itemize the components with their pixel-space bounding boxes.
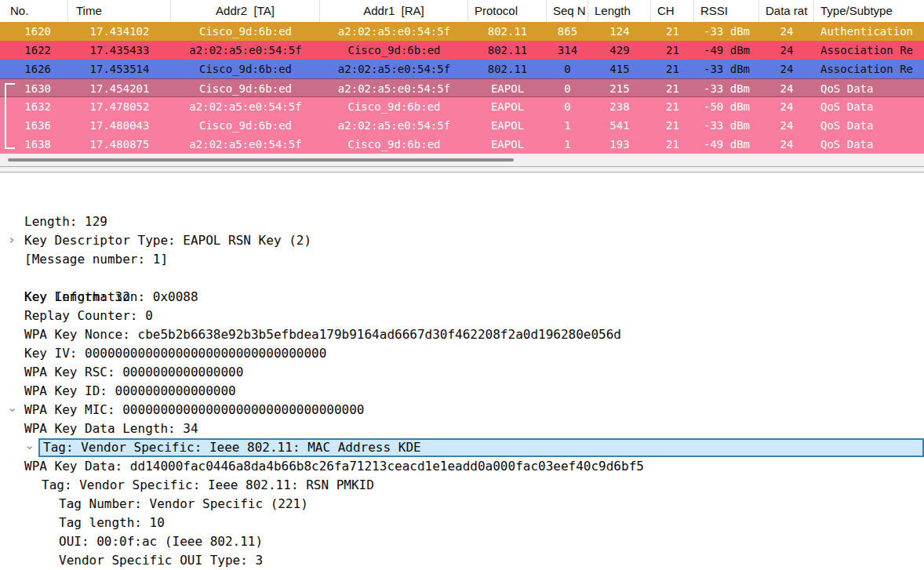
packet-row-1638[interactable]: 1638 17.480875 a2:02:a5:e0:54:5f Cisco_9… <box>0 135 924 154</box>
cell-no: 1622 <box>0 41 68 60</box>
detail-line-wpa-key-data[interactable]: › WPA Key Data: dd14000fac0446a8da4b66b8… <box>0 401 924 419</box>
detail-line-wpa-key-id[interactable]: WPA Key ID: 0000000000000000 <box>0 344 924 363</box>
chevron-right-icon[interactable]: › <box>24 419 35 438</box>
column-header-no[interactable]: No. <box>0 0 68 22</box>
detail-line-wpa-key-mic[interactable]: WPA Key MIC: 000000000000000000000000000… <box>0 363 924 382</box>
cell-addr2: Cisco_9d:6b:ed <box>171 116 320 135</box>
cell-rssi: -33 dBm <box>694 60 759 78</box>
cell-seq: 1 <box>547 116 588 135</box>
cell-addr1: a2:02:a5:e0:54:5f <box>320 79 468 96</box>
detail-line-replay-counter[interactable]: Replay Counter: 0 <box>0 269 924 288</box>
cell-seq: 0 <box>547 79 588 96</box>
cell-channel: 21 <box>651 22 694 41</box>
cell-no: 1620 <box>0 22 68 41</box>
column-header-type-subtype[interactable]: Type/Subtype <box>814 0 924 22</box>
pane-splitter[interactable] <box>0 166 924 172</box>
scrollbar-thumb[interactable] <box>8 158 514 162</box>
packet-row-1636[interactable]: 1636 17.480043 Cisco_9d:6b:ed a2:02:a5:e… <box>0 116 924 135</box>
cell-channel: 21 <box>651 135 694 154</box>
cell-channel: 21 <box>651 116 694 135</box>
cell-rate: 24 <box>759 116 814 135</box>
cell-type: QoS Data <box>814 79 924 96</box>
cell-rssi: -33 dBm <box>694 79 759 96</box>
cell-rate: 24 <box>759 22 814 41</box>
cell-type: Association Re <box>814 41 924 60</box>
packet-detail-pane: Length: 129 Key Descriptor Type: EAPOL R… <box>0 172 924 570</box>
packet-row-1620[interactable]: 1620 17.434102 Cisco_9d:6b:ed a2:02:a5:e… <box>0 22 924 41</box>
cell-protocol: EAPOL <box>468 79 547 96</box>
cell-seq: 0 <box>547 97 588 116</box>
cell-seq: 0 <box>547 60 588 78</box>
packet-list-pane: No. Time Addr2 [TA] Addr1 [RA] Protocol … <box>0 0 924 154</box>
cell-seq: 314 <box>547 41 588 60</box>
detail-line-mac-address[interactable]: MAC Address: ee:f4:0c:9d:6b:f5 (ee:f4:0c… <box>0 551 924 570</box>
cell-rate: 24 <box>759 97 814 116</box>
detail-line-wpa-key-rsc[interactable]: WPA Key RSC: 0000000000000000 <box>0 325 924 344</box>
column-header-addr2-ta[interactable]: Addr2 [TA] <box>171 0 320 22</box>
cell-rate: 24 <box>759 79 814 96</box>
cell-time: 17.478052 <box>68 97 171 116</box>
cell-addr2: a2:02:a5:e0:54:5f <box>171 97 320 116</box>
cell-no: 1636 <box>0 116 68 135</box>
detail-line-tag-number[interactable]: Tag Number: Vendor Specific (221) <box>0 457 924 476</box>
cell-addr1: Cisco_9d:6b:ed <box>320 41 468 60</box>
detail-line-vendor-specific-oui-type[interactable]: Vendor Specific OUI Type: 3 <box>0 514 924 532</box>
detail-line-key-descriptor-type[interactable]: Key Descriptor Type: EAPOL RSN Key (2) <box>0 194 924 212</box>
detail-text: Tag: Vendor Specific: Ieee 802.11: MAC A… <box>38 438 924 457</box>
cell-time: 17.453514 <box>68 60 171 78</box>
cell-length: 541 <box>588 116 651 135</box>
cell-addr1: a2:02:a5:e0:54:5f <box>320 22 468 41</box>
cell-rssi: -49 dBm <box>694 135 759 154</box>
column-header-addr1-ra[interactable]: Addr1 [RA] <box>320 0 468 22</box>
chevron-right-icon[interactable]: › <box>6 231 17 250</box>
cell-length: 193 <box>588 135 651 154</box>
detail-line-wpa-key-nonce[interactable]: WPA Key Nonce: cbe5b2b6638e92b3b5efbdea1… <box>0 288 924 307</box>
cell-length: 238 <box>588 97 651 116</box>
packet-row-1632[interactable]: 1632 17.478052 a2:02:a5:e0:54:5f Cisco_9… <box>0 97 924 116</box>
cell-type: QoS Data <box>814 116 924 135</box>
column-header-time[interactable]: Time <box>68 0 171 22</box>
cell-no: 1632 <box>0 97 68 116</box>
cell-seq: 1 <box>547 135 588 154</box>
cell-protocol: 802.11 <box>468 22 547 41</box>
cell-addr1: Cisco_9d:6b:ed <box>320 97 468 116</box>
detail-line-data-type[interactable]: Data Type: MAC address KDE (3) <box>0 532 924 551</box>
cell-protocol: EAPOL <box>468 97 547 116</box>
chevron-down-icon[interactable]: › <box>2 405 21 416</box>
detail-line-tag-rsn-pmkid[interactable]: › Tag: Vendor Specific: Ieee 802.11: RSN… <box>0 419 924 438</box>
cell-length: 429 <box>588 41 651 60</box>
detail-line-key-information[interactable]: › Key Information: 0x0088 <box>0 231 924 250</box>
cell-addr2: Cisco_9d:6b:ed <box>171 60 320 78</box>
packet-list-header: No. Time Addr2 [TA] Addr1 [RA] Protocol … <box>0 0 924 22</box>
column-header-rssi[interactable]: RSSI <box>694 0 759 22</box>
chevron-down-icon[interactable]: › <box>20 442 38 453</box>
cell-time: 17.480043 <box>68 116 171 135</box>
column-header-data-rate[interactable]: Data rat <box>759 0 814 22</box>
detail-line-length[interactable]: Length: 129 <box>0 175 924 194</box>
detail-line-tag-mac-address-kde-selected[interactable]: › Tag: Vendor Specific: Ieee 802.11: MAC… <box>0 438 924 457</box>
detail-line-key-iv[interactable]: Key IV: 00000000000000000000000000000000 <box>0 307 924 325</box>
packet-row-1626[interactable]: 1626 17.453514 Cisco_9d:6b:ed a2:02:a5:e… <box>0 60 924 78</box>
detail-line-key-length[interactable]: Key Length: 32 <box>0 250 924 269</box>
cell-protocol: 802.11 <box>468 41 547 60</box>
column-header-seq-number[interactable]: Seq N <box>547 0 588 22</box>
detail-line-wpa-key-data-length[interactable]: WPA Key Data Length: 34 <box>0 382 924 401</box>
cell-type: Association Re <box>814 60 924 78</box>
cell-type: QoS Data <box>814 135 924 154</box>
detail-line-tag-length[interactable]: Tag length: 10 <box>0 476 924 495</box>
cell-addr1: a2:02:a5:e0:54:5f <box>320 60 468 78</box>
detail-line-message-number[interactable]: [Message number: 1] <box>0 212 924 231</box>
column-header-length[interactable]: Length <box>588 0 651 22</box>
cell-channel: 21 <box>651 97 694 116</box>
wireshark-window: No. Time Addr2 [TA] Addr1 [RA] Protocol … <box>0 0 924 570</box>
detail-line-oui[interactable]: OUI: 00:0f:ac (Ieee 802.11) <box>0 495 924 514</box>
column-header-protocol[interactable]: Protocol <box>468 0 547 22</box>
packet-row-1630-selected[interactable]: 1630 17.454201 Cisco_9d:6b:ed a2:02:a5:e… <box>0 78 924 97</box>
packet-row-1622[interactable]: 1622 17.435433 a2:02:a5:e0:54:5f Cisco_9… <box>0 41 924 60</box>
cell-no: 1626 <box>0 60 68 78</box>
cell-rssi: -49 dBm <box>694 41 759 60</box>
horizontal-scrollbar[interactable] <box>0 154 924 166</box>
cell-no: 1638 <box>0 135 68 154</box>
cell-channel: 21 <box>651 60 694 78</box>
column-header-channel[interactable]: CH <box>651 0 694 22</box>
